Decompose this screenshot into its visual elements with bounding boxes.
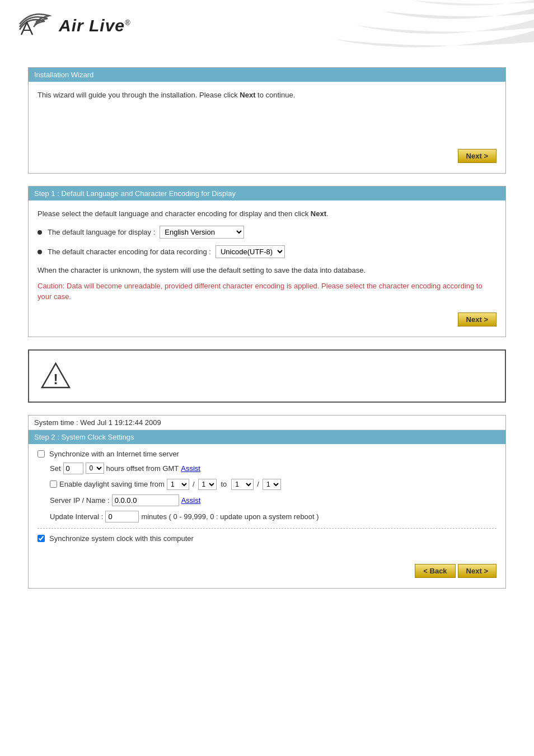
header-decoration — [299, 0, 534, 62]
wizard1-title-bar: Installation Wizard — [29, 68, 505, 82]
encoding-select[interactable]: Unicode(UTF-8) Big5 GB2312 Shift-JIS — [216, 245, 285, 258]
sync-internet-row: Synchronize with an Internet time server — [38, 450, 496, 458]
separator — [38, 528, 496, 529]
wizard1-title: Installation Wizard — [34, 71, 93, 79]
gmt-assist-link[interactable]: Assist — [181, 464, 200, 473]
daylight-checkbox[interactable] — [50, 480, 57, 488]
step1-body: Please select the default language and c… — [29, 200, 505, 337]
update-interval-form: Update Interval : minutes ( 0 - 99,999, … — [50, 511, 496, 522]
hours-offset-input[interactable] — [63, 463, 83, 474]
step2-title-bar: Step 2 : System Clock Settings — [29, 430, 505, 444]
header: Air Live® — [0, 0, 534, 62]
system-time-bar: System time : Wed Jul 1 19:12:44 2009 — [29, 416, 505, 430]
warning-triangle-icon: ! — [40, 361, 71, 391]
sync-computer-row: Synchronize system clock with this compu… — [38, 534, 496, 543]
server-ip-row: Server IP / Name : Assist — [50, 494, 496, 506]
step2-nav-row: < Back Next > — [38, 562, 496, 580]
daylight-row: Enable daylight saving time from 123456 … — [50, 479, 496, 490]
bullet-dot-lang — [38, 230, 42, 235]
lang-label: The default language for display : — [48, 228, 155, 236]
hours-offset-select[interactable]: 0123 — [86, 463, 104, 474]
step2-back-button[interactable]: < Back — [415, 564, 455, 578]
step2-body: Synchronize with an Internet time server… — [29, 444, 505, 588]
bullet-dot-encoding — [38, 250, 42, 254]
wizard1-next-row: Next > — [38, 147, 496, 165]
encoding-label: The default character encoding for data … — [48, 248, 211, 256]
main-content: Installation Wizard This wizard will gui… — [0, 62, 534, 612]
server-ip-label: Server IP / Name : — [50, 496, 110, 505]
logo-registered: ® — [125, 18, 131, 27]
sync-internet-label: Synchronize with an Internet time server — [49, 450, 179, 458]
warning-box: ! — [28, 349, 506, 403]
step2-title: Step 2 : System Clock Settings — [34, 433, 134, 441]
step1-title: Step 1 : Default Language and Character … — [34, 189, 236, 198]
to-month-select[interactable]: 123456 789101112 — [231, 479, 254, 490]
update-interval-input[interactable] — [105, 511, 139, 522]
sync-internet-checkbox[interactable] — [38, 450, 45, 458]
step1-description: Please select the default language and c… — [38, 208, 496, 220]
language-row: The default language for display : Engli… — [38, 226, 496, 239]
encoding-row: The default character encoding for data … — [38, 245, 496, 258]
step1-next-button[interactable]: Next > — [458, 312, 496, 326]
daylight-form: Enable daylight saving time from 123456 … — [50, 479, 496, 490]
wizard1-description: This wizard will guide you through the i… — [38, 90, 496, 101]
wizard1-next-button[interactable]: Next > — [458, 149, 496, 163]
airlive-logo-icon — [17, 10, 56, 41]
sync-computer-label: Synchronize system clock with this compu… — [49, 534, 194, 543]
installation-wizard-box: Installation Wizard This wizard will gui… — [28, 67, 506, 174]
info-text: When the character is unknown, the syste… — [38, 265, 496, 276]
hours-offset-form: Set 0123 hours offset from GMT Assist — [50, 463, 496, 474]
from-day-select[interactable]: 12345 — [198, 479, 217, 490]
slash1: / — [193, 480, 195, 488]
system-time: System time : Wed Jul 1 19:12:44 2009 — [34, 418, 161, 427]
sync-computer-checkbox[interactable] — [38, 535, 45, 542]
update-interval-row: Update Interval : minutes ( 0 - 99,999, … — [50, 511, 496, 522]
daylight-label: Enable daylight saving time from — [59, 480, 165, 488]
server-ip-input[interactable] — [112, 494, 179, 506]
language-select[interactable]: English Version Chinese (Traditional) Ch… — [160, 226, 244, 239]
from-month-select[interactable]: 123456 789101112 — [167, 479, 189, 490]
logo-text: Air Live® — [59, 16, 131, 35]
hours-offset-row: Set 0123 hours offset from GMT Assist — [50, 463, 496, 474]
to-day-select[interactable]: 12345 — [263, 479, 281, 490]
update-interval-suffix: minutes ( 0 - 99,999, 0 : update upon a … — [141, 512, 318, 521]
set-label: Set — [50, 464, 61, 473]
slash2: / — [257, 480, 259, 488]
server-assist-link[interactable]: Assist — [181, 496, 201, 505]
update-interval-label: Update Interval : — [50, 512, 103, 521]
step2-next-button[interactable]: Next > — [458, 564, 496, 578]
step1-next-row: Next > — [38, 310, 496, 329]
wizard1-body: This wizard will guide you through the i… — [29, 82, 505, 173]
step2-box: System time : Wed Jul 1 19:12:44 2009 St… — [28, 415, 506, 589]
server-ip-form: Server IP / Name : Assist — [50, 494, 496, 506]
step1-box: Step 1 : Default Language and Character … — [28, 186, 506, 337]
caution-text: Caution: Data will become unreadable, pr… — [38, 281, 496, 302]
svg-text:!: ! — [53, 371, 58, 388]
hours-offset-label: hours offset from GMT — [106, 464, 179, 473]
step1-title-bar: Step 1 : Default Language and Character … — [29, 186, 505, 200]
to-label: to — [221, 480, 227, 488]
